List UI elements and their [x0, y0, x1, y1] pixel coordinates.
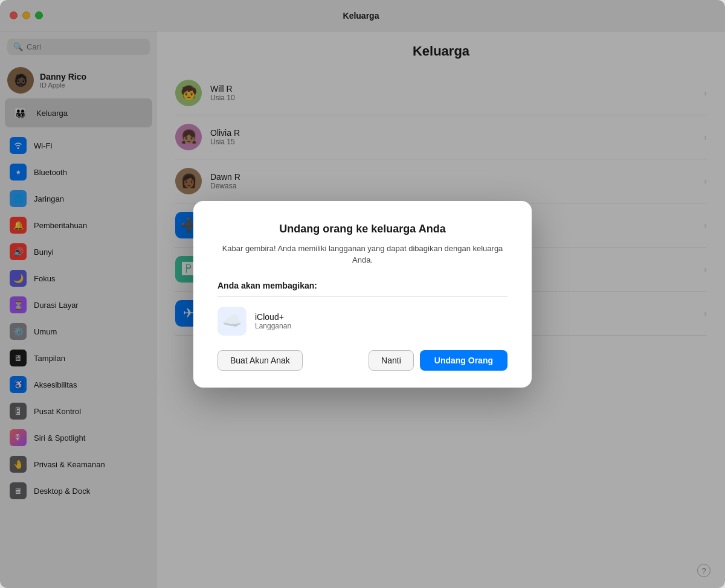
dialog-buttons: Buat Akun Anak Nanti Undang Orang [218, 350, 507, 371]
invite-button[interactable]: Undang Orang [420, 350, 507, 371]
service-info: iCloud+ Langganan [255, 312, 291, 330]
dialog-title: Undang orang ke keluarga Anda [218, 223, 507, 235]
service-sub: Langganan [255, 322, 291, 330]
dialog-service: ☁️ iCloud+ Langganan [218, 307, 507, 336]
dialog-sharing-label: Anda akan membagikan: [218, 281, 507, 290]
dialog-divider [218, 296, 507, 297]
dialog-description: Kabar gembira! Anda memiliki langganan y… [218, 243, 507, 266]
icloud-icon: ☁️ [218, 307, 246, 336]
later-button[interactable]: Nanti [369, 350, 414, 371]
invite-dialog: Undang orang ke keluarga Anda Kabar gemb… [193, 201, 532, 388]
dialog-overlay: Undang orang ke keluarga Anda Kabar gemb… [0, 0, 725, 588]
create-child-button[interactable]: Buat Akun Anak [218, 350, 303, 371]
service-name: iCloud+ [255, 312, 291, 322]
main-window: Keluarga 🔍 🧔🏿 Danny Rico ID Apple [0, 0, 725, 588]
dialog-right-buttons: Nanti Undang Orang [369, 350, 507, 371]
